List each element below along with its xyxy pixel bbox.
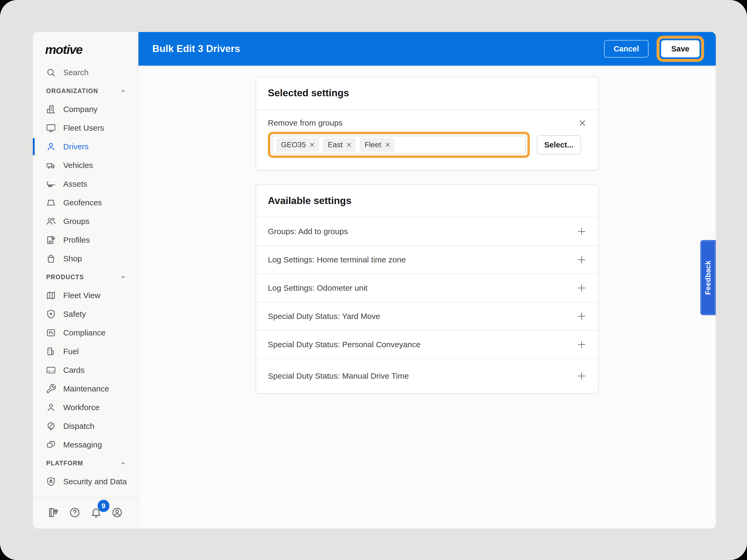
plus-icon[interactable]: [576, 371, 587, 381]
bulk-edit-header: Bulk Edit 3 Drivers Cancel Save: [138, 32, 716, 65]
credit-card-icon: [46, 365, 56, 375]
plus-icon[interactable]: [576, 283, 587, 293]
fuel-pump-icon: [46, 346, 56, 357]
available-setting-row-odometer-unit[interactable]: Log Settings: Odometer unit: [256, 274, 598, 302]
trailer-icon: [46, 179, 56, 189]
available-setting-label: Log Settings: Home terminal time zone: [268, 255, 406, 264]
sidebar-search[interactable]: Search: [33, 63, 138, 82]
sidebar-item-geofences[interactable]: Geofences: [33, 193, 138, 212]
sidebar-item-safety[interactable]: Safety: [33, 305, 138, 323]
chip-remove-icon[interactable]: [346, 141, 352, 148]
map-icon: [46, 290, 56, 301]
available-setting-row-manual-drive-time[interactable]: Special Duty Status: Manual Drive Time: [256, 359, 598, 393]
sidebar-item-workforce[interactable]: Workforce: [33, 398, 138, 417]
sidebar-item-label: Company: [63, 105, 97, 114]
person-icon: [46, 141, 56, 152]
profiles-icon: [46, 235, 56, 245]
available-setting-row-home-terminal-time-zone[interactable]: Log Settings: Home terminal time zone: [256, 246, 598, 274]
save-button[interactable]: Save: [661, 40, 699, 57]
truck-icon: [46, 160, 56, 171]
group-chip: East: [323, 138, 356, 152]
sidebar-item-label: Fuel: [63, 347, 79, 356]
avatar-icon: [111, 506, 123, 519]
groups-input-highlight-ring: GEO35 East Fleet: [268, 132, 530, 158]
sidebar-item-company[interactable]: Company: [33, 100, 138, 119]
sidebar-item-label: Shop: [63, 254, 82, 263]
sidebar-item-dispatch[interactable]: Dispatch: [33, 417, 138, 435]
sidebar-item-fleet-users[interactable]: Fleet Users: [33, 119, 138, 137]
save-highlight-ring: Save: [656, 36, 704, 62]
plus-icon[interactable]: [576, 311, 587, 322]
chip-remove-icon[interactable]: [384, 141, 391, 148]
cancel-button[interactable]: Cancel: [604, 40, 648, 58]
chip-remove-icon[interactable]: [309, 141, 315, 148]
shield-icon: [46, 309, 56, 319]
sidebar-item-shop[interactable]: Shop: [33, 249, 138, 268]
sidebar-item-label: Fleet View: [63, 291, 101, 300]
plus-icon[interactable]: [576, 255, 587, 265]
account-button[interactable]: [111, 506, 124, 519]
available-setting-label: Log Settings: Odometer unit: [268, 284, 368, 293]
sidebar-item-label: Compliance: [63, 328, 105, 337]
sidebar-item-messaging[interactable]: Messaging: [33, 435, 138, 454]
plus-icon[interactable]: [576, 339, 587, 350]
available-setting-label: Special Duty Status: Yard Move: [268, 312, 380, 321]
available-setting-row-personal-conveyance[interactable]: Special Duty Status: Personal Conveyance: [256, 331, 598, 359]
wrench-icon: [46, 383, 56, 394]
section-label: PLATFORM: [46, 460, 83, 467]
section-label: ORGANIZATION: [46, 87, 98, 95]
sidebar-item-label: Assets: [63, 180, 87, 189]
guide-button[interactable]: [47, 506, 60, 519]
sidebar-item-groups[interactable]: Groups: [33, 212, 138, 231]
help-icon: [69, 506, 81, 519]
remove-from-groups-label: Remove from groups: [268, 118, 342, 128]
selected-settings-card: Selected settings Remove from groups GEO…: [256, 77, 599, 171]
screenshot-frame: motive Search ORGANIZATION Company Fleet…: [0, 0, 747, 560]
chevron-up-icon: [120, 274, 127, 281]
sidebar-item-label: Geofences: [63, 198, 102, 207]
sidebar-item-label: Security and Data: [63, 477, 127, 486]
sidebar-item-fleet-view[interactable]: Fleet View: [33, 286, 138, 305]
available-setting-label: Groups: Add to groups: [268, 227, 348, 236]
section-header-platform[interactable]: PLATFORM: [33, 454, 138, 472]
sidebar-item-security-and-data[interactable]: Security and Data: [33, 472, 138, 491]
search-icon: [46, 67, 56, 78]
page-title: Bulk Edit 3 Drivers: [152, 43, 604, 54]
help-button[interactable]: [68, 506, 81, 519]
monitor-icon: [46, 123, 56, 133]
dispatch-pin-icon: [46, 421, 56, 431]
feedback-label: Feedback: [704, 261, 712, 295]
plus-icon[interactable]: [576, 226, 587, 237]
content: Selected settings Remove from groups GEO…: [138, 65, 716, 394]
available-setting-row-add-to-groups[interactable]: Groups: Add to groups: [256, 218, 598, 246]
building-icon: [46, 104, 56, 115]
sidebar-item-profiles[interactable]: Profiles: [33, 231, 138, 249]
available-setting-row-yard-move[interactable]: Special Duty Status: Yard Move: [256, 302, 598, 331]
card-title: Available settings: [256, 185, 598, 218]
available-settings-card: Available settings Groups: Add to groups…: [256, 185, 599, 394]
sidebar-item-label: Drivers: [63, 142, 88, 151]
app-window: motive Search ORGANIZATION Company Fleet…: [33, 32, 716, 529]
sidebar-item-vehicles[interactable]: Vehicles: [33, 156, 138, 175]
card-title: Selected settings: [256, 77, 598, 110]
sidebar-item-cards[interactable]: Cards: [33, 361, 138, 379]
group-chip: Fleet: [360, 138, 394, 152]
section-header-products[interactable]: PRODUCTS: [33, 268, 138, 286]
group-chip: GEO35: [276, 138, 319, 152]
sidebar-item-compliance[interactable]: Compliance: [33, 323, 138, 342]
sidebar-item-assets[interactable]: Assets: [33, 175, 138, 193]
notifications-button[interactable]: 9: [89, 506, 102, 519]
remove-setting-button[interactable]: [578, 118, 587, 128]
select-groups-button[interactable]: Select...: [537, 135, 581, 154]
sidebar: motive Search ORGANIZATION Company Fleet…: [33, 32, 138, 529]
chevron-up-icon: [120, 87, 127, 95]
sidebar-item-fuel[interactable]: Fuel: [33, 342, 138, 361]
messages-icon: [46, 439, 56, 450]
feedback-tab[interactable]: Feedback: [700, 240, 716, 315]
groups-chip-input[interactable]: GEO35 East Fleet: [272, 136, 526, 154]
sidebar-item-label: Dispatch: [63, 422, 95, 431]
sidebar-item-maintenance[interactable]: Maintenance: [33, 379, 138, 398]
available-setting-label: Special Duty Status: Manual Drive Time: [268, 371, 409, 380]
section-header-organization[interactable]: ORGANIZATION: [33, 82, 138, 100]
sidebar-item-drivers[interactable]: Drivers: [33, 137, 138, 156]
